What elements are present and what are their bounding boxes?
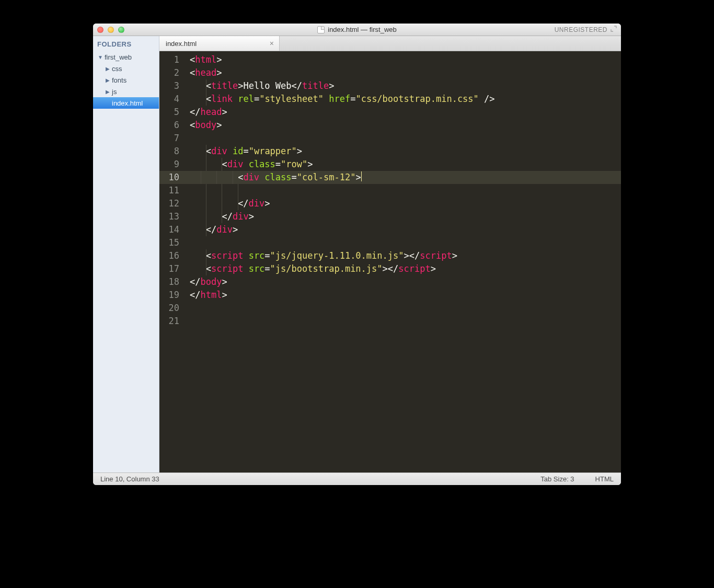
folder-label: css: [112, 65, 122, 73]
gutter-line: 15: [166, 236, 179, 249]
folder-css[interactable]: ▶ css: [93, 63, 159, 74]
code-line[interactable]: </html>: [190, 289, 621, 302]
gutter-line: 1: [166, 53, 179, 66]
code-line[interactable]: [190, 236, 621, 249]
editor-area: index.html × 123456789101112131415161718…: [159, 36, 621, 472]
chevron-right-icon: ▶: [105, 89, 111, 95]
code-line[interactable]: <script src="js/jquery-1.11.0.min.js"></…: [190, 249, 621, 262]
close-icon[interactable]: ×: [270, 40, 274, 47]
tab-index-html[interactable]: index.html ×: [159, 36, 280, 51]
tabbar: index.html ×: [159, 36, 621, 51]
gutter-line: 4: [166, 93, 179, 106]
gutter-line: 20: [166, 302, 179, 315]
folder-label: js: [112, 88, 117, 96]
file-icon: [317, 26, 325, 33]
code-content[interactable]: <html><head> <title>Hello Web</title> <l…: [185, 51, 621, 472]
window-title-text: index.html — first_web: [328, 26, 397, 33]
gutter-line: 7: [166, 132, 179, 145]
gutter-line: 18: [166, 275, 179, 289]
gutter-line: 3: [166, 79, 179, 93]
gutter-line: 9: [166, 158, 179, 171]
code-line[interactable]: <script src="js/bootstrap.min.js"></scri…: [190, 262, 621, 275]
folder-root[interactable]: ▼ first_web: [93, 51, 159, 63]
gutter-line: 17: [166, 262, 179, 275]
folder-js[interactable]: ▶ js: [93, 86, 159, 97]
gutter-line: 11: [166, 184, 179, 197]
titlebar: index.html — first_web UNREGISTERED: [93, 24, 621, 36]
tabbar-empty[interactable]: [280, 36, 621, 51]
sidebar-header: FOLDERS: [93, 38, 159, 51]
tab-size[interactable]: Tab Size: 3: [540, 475, 574, 483]
gutter-line: 12: [166, 197, 179, 210]
gutter-line: 14: [166, 223, 179, 236]
gutter-line: 16: [166, 249, 179, 262]
folder-label: fonts: [112, 76, 126, 84]
code-line[interactable]: </div>: [190, 197, 621, 210]
code-line[interactable]: </div>: [190, 223, 621, 236]
folder-fonts[interactable]: ▶ fonts: [93, 74, 159, 86]
code-line[interactable]: <title>Hello Web</title>: [190, 79, 621, 93]
app-window: index.html — first_web UNREGISTERED FOLD…: [93, 24, 621, 485]
file-label: index.html: [112, 99, 143, 107]
sidebar: FOLDERS ▼ first_web ▶ css ▶ fonts ▶ js i…: [93, 36, 159, 472]
chevron-right-icon: ▶: [105, 77, 111, 83]
gutter-line: 10: [159, 171, 185, 184]
code-line[interactable]: <html>: [190, 53, 621, 66]
gutter-line: 6: [166, 119, 179, 132]
chevron-right-icon: ▶: [105, 66, 111, 72]
statusbar: Line 10, Column 33 Tab Size: 3 HTML: [93, 472, 621, 485]
code-editor[interactable]: 123456789101112131415161718192021 <html>…: [159, 51, 621, 472]
chevron-down-icon: ▼: [97, 54, 103, 60]
code-line[interactable]: </head>: [190, 106, 621, 119]
gutter-line: 19: [166, 289, 179, 302]
code-line[interactable]: </div>: [190, 210, 621, 223]
gutter-line: 5: [166, 106, 179, 119]
folder-label: first_web: [105, 53, 132, 61]
code-line[interactable]: <head>: [190, 66, 621, 79]
code-line[interactable]: </body>: [190, 275, 621, 289]
gutter-line: 2: [166, 66, 179, 79]
cursor-position[interactable]: Line 10, Column 33: [100, 475, 159, 483]
file-index-html[interactable]: index.html: [93, 97, 159, 109]
tab-label: index.html: [166, 40, 197, 48]
code-line[interactable]: [190, 315, 621, 328]
code-line[interactable]: <body>: [190, 119, 621, 132]
caret: [361, 171, 362, 181]
gutter-line: 21: [166, 315, 179, 328]
code-line[interactable]: [190, 302, 621, 315]
code-line[interactable]: [190, 184, 621, 197]
code-line[interactable]: <div class="row">: [190, 158, 621, 171]
gutter: 123456789101112131415161718192021: [159, 51, 185, 472]
syntax-mode[interactable]: HTML: [595, 475, 614, 483]
window-title: index.html — first_web: [93, 26, 621, 33]
code-line[interactable]: <div class="col-sm-12">: [185, 171, 621, 184]
gutter-line: 13: [166, 210, 179, 223]
gutter-line: 8: [166, 145, 179, 158]
code-line[interactable]: <div id="wrapper">: [190, 145, 621, 158]
code-line[interactable]: [190, 132, 621, 145]
code-line[interactable]: <link rel="stylesheet" href="css/bootstr…: [190, 93, 621, 106]
